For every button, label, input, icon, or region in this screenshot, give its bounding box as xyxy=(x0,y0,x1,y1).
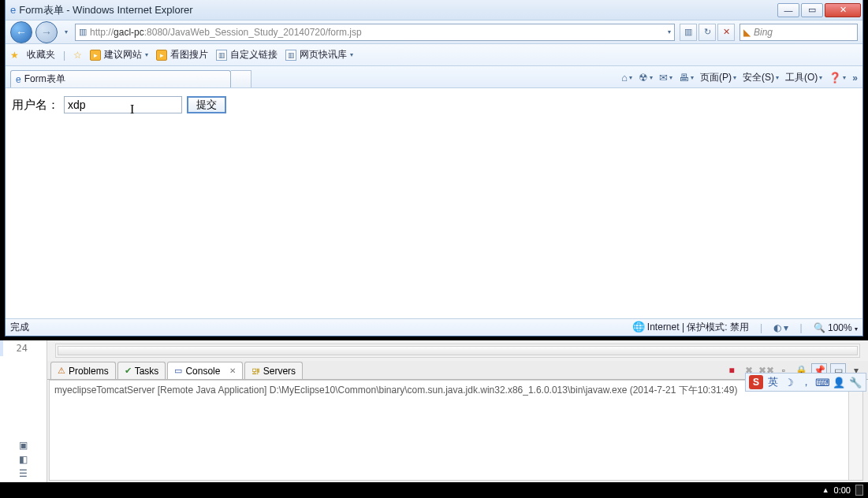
home-icon: ⌂ xyxy=(621,72,628,84)
url-path: /JavaWeb_Session_Study_20140720/form.jsp xyxy=(168,27,362,38)
close-tab-icon[interactable]: ✕ xyxy=(229,366,236,375)
search-engine-label: Bing xyxy=(754,27,773,38)
console-line: myeclipseTomcatServer [Remote Java Appli… xyxy=(54,385,737,396)
fav-link-webslice[interactable]: ▥ 网页快讯库 ▾ xyxy=(285,48,353,61)
print-button[interactable]: 🖶▾ xyxy=(679,72,694,84)
show-desktop-button[interactable] xyxy=(855,485,863,496)
fav-link-label: 看图搜片 xyxy=(170,48,208,61)
console-v-scrollbar[interactable] xyxy=(848,381,862,480)
maximize-button[interactable]: ▭ xyxy=(801,3,823,17)
favorites-label[interactable]: 收藏夹 xyxy=(27,48,55,61)
tab-title: Form表单 xyxy=(24,72,65,86)
page-icon: ▥ xyxy=(216,50,227,61)
tab-label: Servers xyxy=(263,366,296,377)
back-button[interactable]: ← xyxy=(10,21,32,43)
chevron-down-icon: ▾ xyxy=(350,51,353,58)
form-row: 用户名： 提交 xyxy=(12,96,856,113)
zoom-control[interactable]: 🔍 100% ▾ xyxy=(814,322,858,333)
add-favorite-icon[interactable]: ☆ xyxy=(73,50,82,61)
ime-toolbar[interactable]: S 英 ☽ ， ⌨ 👤 🔧 xyxy=(745,373,866,392)
mail-icon: ✉ xyxy=(659,72,668,84)
window-controls: — ▭ ✕ xyxy=(777,3,861,17)
ime-user-icon[interactable]: 👤 xyxy=(832,375,846,389)
close-button[interactable]: ✕ xyxy=(825,3,861,17)
expand-button[interactable]: » xyxy=(852,72,858,84)
url-port: :8080 xyxy=(144,27,168,38)
safety-menu[interactable]: 安全(S)▾ xyxy=(743,71,779,84)
zoom-level: 100% xyxy=(828,322,852,333)
favorites-star-icon[interactable]: ★ xyxy=(10,50,19,61)
tab-console[interactable]: ▭Console ✕ xyxy=(167,362,242,379)
window-title: Form表单 - Windows Internet Explorer xyxy=(19,3,192,17)
chevron-right-icon: » xyxy=(852,72,858,84)
search-input[interactable]: ◣ Bing xyxy=(739,24,858,41)
nav-history-dropdown[interactable]: ▾ xyxy=(61,24,72,40)
fav-link-suggested[interactable]: ▸ 建议网站 ▾ xyxy=(90,48,148,61)
forward-button[interactable]: → xyxy=(35,21,58,43)
tab-label: Console xyxy=(185,366,220,377)
console-icon: ▭ xyxy=(174,366,182,376)
ime-lang[interactable]: 英 xyxy=(766,375,780,389)
rss-icon: ☢ xyxy=(639,72,648,84)
page-menu[interactable]: 页面(P)▾ xyxy=(700,71,736,84)
bookmark-icon[interactable]: ◧ xyxy=(19,454,28,465)
minimize-button[interactable]: — xyxy=(777,3,799,17)
console-output[interactable]: myeclipseTomcatServer [Remote Java Appli… xyxy=(49,380,863,481)
menu-label: 安全(S) xyxy=(743,71,774,84)
terminate-button[interactable]: ■ xyxy=(725,363,739,377)
status-text: 完成 xyxy=(10,321,29,334)
collapse-icon[interactable]: ▣ xyxy=(19,440,28,451)
text-cursor-icon: I xyxy=(130,102,134,117)
tools-menu[interactable]: 工具(O)▾ xyxy=(785,71,822,84)
tab-tasks[interactable]: ✔Tasks xyxy=(117,362,166,379)
tab-command-row: e Form表单 ⌂▾ ☢▾ ✉▾ 🖶▾ 页面(P)▾ 安全(S)▾ 工具(O)… xyxy=(6,66,862,88)
tray-expand-icon[interactable]: ▲ xyxy=(822,486,829,494)
ime-punct-icon[interactable]: ， xyxy=(799,375,813,389)
gutter-toolbar: ▣ ◧ ☰ xyxy=(0,437,47,482)
address-buttons: ▥ ↻ ✕ xyxy=(678,24,736,41)
compat-view-button[interactable]: ▥ xyxy=(680,24,697,41)
tab-form[interactable]: e Form表单 xyxy=(10,70,231,87)
ie-window: e Form表单 - Windows Internet Explorer — ▭… xyxy=(5,0,863,336)
fav-link-image-search[interactable]: ▸ 看图搜片 xyxy=(156,48,208,61)
new-tab-button[interactable] xyxy=(231,70,251,87)
address-bar-row: ← → ▾ ▥ http:// gacl-pc :8080 /JavaWeb_S… xyxy=(6,20,862,44)
site-icon: ▸ xyxy=(156,50,167,61)
zone-label: Internet | 保护模式: 禁用 xyxy=(647,321,749,333)
fav-link-label: 网页快讯库 xyxy=(300,48,347,61)
url-scheme: http:// xyxy=(90,27,114,38)
chevron-down-icon: ▾ xyxy=(145,51,148,58)
page-icon: ▥ xyxy=(79,27,87,37)
tab-problems[interactable]: ⚠Problems xyxy=(50,362,116,379)
home-button[interactable]: ⌂▾ xyxy=(621,72,632,84)
menu-label: 工具(O) xyxy=(785,71,818,84)
ime-moon-icon[interactable]: ☽ xyxy=(782,375,796,389)
menu-label: 页面(P) xyxy=(700,71,732,84)
ime-keyboard-icon[interactable]: ⌨ xyxy=(815,375,829,389)
url-host: gacl-pc xyxy=(114,27,144,38)
outline-icon[interactable]: ☰ xyxy=(19,468,28,479)
ime-brand-icon: S xyxy=(749,375,763,389)
page-content: 用户名： 提交 I xyxy=(6,88,862,318)
tab-servers[interactable]: 🖳Servers xyxy=(244,362,303,379)
submit-button[interactable]: 提交 xyxy=(187,96,226,113)
titlebar: e Form表单 - Windows Internet Explorer — ▭… xyxy=(6,0,862,20)
url-dropdown-icon[interactable]: ▾ xyxy=(668,28,671,35)
stop-button[interactable]: ✕ xyxy=(717,24,735,41)
ime-settings-icon[interactable]: 🔧 xyxy=(848,375,862,389)
globe-icon: 🌐 xyxy=(632,321,645,333)
username-input[interactable] xyxy=(64,96,182,113)
protected-mode-button[interactable]: ◐ ▾ xyxy=(773,322,788,333)
mail-button[interactable]: ✉▾ xyxy=(659,72,672,84)
address-input[interactable]: ▥ http:// gacl-pc :8080 /JavaWeb_Session… xyxy=(75,24,675,41)
editor-gutter: 24 ▣ ◧ ☰ xyxy=(0,340,47,482)
refresh-button[interactable]: ↻ xyxy=(698,24,716,41)
security-zone: 🌐 Internet | 保护模式: 禁用 xyxy=(632,321,750,334)
feeds-button[interactable]: ☢▾ xyxy=(639,72,653,84)
help-button[interactable]: ❓▾ xyxy=(829,72,846,84)
editor-h-scrollbar[interactable] xyxy=(55,344,860,358)
tab-label: Problems xyxy=(69,366,109,377)
ie-icon: e xyxy=(10,4,16,16)
username-label: 用户名： xyxy=(12,98,59,113)
fav-link-custom[interactable]: ▥ 自定义链接 xyxy=(216,48,278,61)
